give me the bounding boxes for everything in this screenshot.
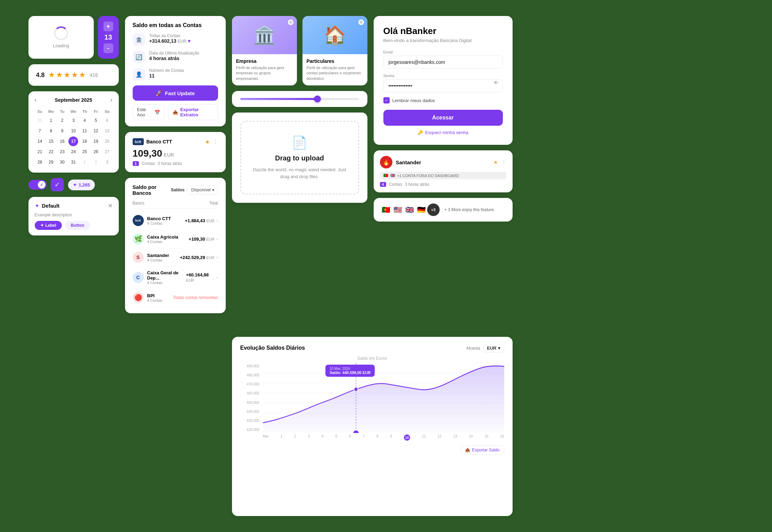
cal-day[interactable]: 18: [80, 136, 90, 146]
login-subtitle: Bem-vindo a transformação Bancária Digit…: [383, 38, 503, 43]
cal-day[interactable]: 2: [91, 157, 101, 167]
cal-day[interactable]: 3: [68, 116, 78, 125]
cal-day[interactable]: 15: [46, 136, 56, 146]
y-label: 430.000: [240, 419, 259, 423]
cal-day[interactable]: 4: [80, 116, 90, 125]
cal-day[interactable]: 16: [57, 136, 67, 146]
bank-row-ca: 🌿 Caixa Agrícola 4 Contas +109,30 EUR ›: [133, 230, 218, 248]
bank-sub: 4 Contas: [147, 221, 171, 225]
login-button[interactable]: Acessar: [383, 110, 503, 126]
calendar-next-button[interactable]: ›: [110, 97, 112, 103]
toggle-switch[interactable]: ✓: [28, 180, 47, 190]
upload-dropzone[interactable]: 📄 Drag to upload Dazzle the world, no ma…: [240, 121, 359, 194]
cal-day[interactable]: 1: [46, 116, 56, 125]
slider-track[interactable]: [240, 98, 359, 100]
cal-day[interactable]: 21: [35, 147, 45, 157]
fast-update-button[interactable]: 🚀 Fast Update: [133, 85, 218, 101]
banco-currency: EUR: [164, 152, 174, 158]
cal-day[interactable]: 20: [102, 136, 112, 146]
cal-day[interactable]: 12: [91, 126, 101, 136]
chart-moeda-label: Moeda: [466, 346, 480, 351]
counter-minus-button[interactable]: -: [103, 43, 113, 53]
email-input[interactable]: [383, 56, 503, 69]
slider-thumb[interactable]: [314, 95, 321, 102]
santander-card: 🔥 Santander ★ ⋮ 🇵🇹 🇬🇧 +1 CONTA FORA DO D…: [374, 150, 513, 192]
cal-day[interactable]: 6: [102, 116, 112, 125]
saldo-bancos-card: Saldo por Bancos Saldos Disponível ▾ Ban…: [125, 178, 226, 313]
cal-day[interactable]: 8: [46, 126, 56, 136]
particulares-dot: [358, 19, 364, 25]
forgot-password-link[interactable]: 🔑 Esqueci minha senha: [383, 130, 503, 135]
x-label: 2: [294, 434, 296, 441]
cal-day[interactable]: 2: [57, 116, 67, 125]
cal-day[interactable]: 28: [35, 157, 45, 167]
login-card: Olá nBanker Bem-vindo a transformação Ba…: [374, 16, 513, 145]
star-icon[interactable]: ★: [205, 139, 210, 145]
x-label: 12: [438, 434, 441, 441]
counter-plus-button[interactable]: +: [103, 22, 113, 31]
cal-day[interactable]: 22: [46, 147, 56, 157]
password-label: Senha: [383, 74, 503, 78]
calendar-prev-button[interactable]: ‹: [35, 97, 36, 103]
cal-day[interactable]: 9: [57, 126, 67, 136]
cal-day-today[interactable]: 17: [68, 136, 78, 146]
empresa-icon: 🏛️: [253, 25, 276, 46]
cal-day[interactable]: 11: [80, 126, 90, 136]
chevron-icon[interactable]: ›: [217, 275, 218, 280]
cal-day[interactable]: 31: [68, 157, 78, 167]
particulares-card[interactable]: 🏠 Particulares Perfil de utilização para…: [302, 16, 367, 85]
bank-row-santander: S Santander 4 Contas +242.529,29 EUR ›: [133, 248, 218, 267]
santander-more-icon[interactable]: ⋮: [501, 159, 506, 165]
chevron-down-icon[interactable]: ▾: [188, 38, 190, 44]
empresa-card[interactable]: 🏛️ Empresa Perfil de utilização para ger…: [232, 16, 297, 85]
cal-day[interactable]: 30: [57, 157, 67, 167]
cal-day[interactable]: 19: [91, 136, 101, 146]
checkbox-button[interactable]: ✓: [51, 178, 64, 191]
cal-day[interactable]: 1: [80, 157, 90, 167]
cal-day[interactable]: 31: [35, 116, 45, 125]
remember-checkbox[interactable]: ✓: [383, 97, 390, 103]
cal-day[interactable]: 7: [35, 126, 45, 136]
year-selector[interactable]: Este Ano 📅: [133, 104, 165, 120]
cal-day[interactable]: 5: [91, 116, 101, 125]
cal-day[interactable]: 29: [46, 157, 56, 167]
notification-close-button[interactable]: ✕: [108, 202, 113, 209]
x-label-highlighted: 10: [404, 434, 410, 441]
upload-card[interactable]: 📄 Drag to upload Dazzle the world, no ma…: [232, 113, 367, 203]
password-input[interactable]: [383, 79, 503, 92]
cal-day[interactable]: 24: [68, 147, 78, 157]
tab-saldos[interactable]: Saldos: [171, 188, 184, 192]
cal-day[interactable]: 27: [102, 147, 112, 157]
chevron-icon[interactable]: ›: [217, 255, 218, 260]
cal-day[interactable]: 10: [68, 126, 78, 136]
notification-label-button[interactable]: ✦ Label: [35, 221, 62, 230]
chevron-icon[interactable]: ›: [217, 218, 218, 223]
cal-day[interactable]: 26: [91, 147, 101, 157]
cal-day[interactable]: 25: [80, 147, 90, 157]
export-extratos-button[interactable]: 📤 Exportar Extratos: [168, 104, 218, 120]
remember-row: ✓ Lembrar meus dados: [383, 97, 503, 103]
disponivel-dropdown[interactable]: Disponível ▾: [187, 185, 218, 194]
ai-badge-button[interactable]: ✦ 1,265: [68, 180, 95, 190]
notification-title: Default: [42, 203, 60, 209]
cal-day[interactable]: 13: [102, 126, 112, 136]
check-icon: ✓: [55, 181, 60, 189]
santander-star-icon[interactable]: ★: [493, 159, 498, 165]
loading-card: Loading: [28, 16, 94, 59]
more-options-icon[interactable]: ⋮: [213, 139, 218, 145]
rating-stars: ★★★★★: [48, 70, 86, 80]
saldo-title: Saldo em todas as Contas: [133, 22, 218, 28]
flag-gb-icon: 🇬🇧: [390, 173, 395, 178]
export-saldo-button[interactable]: 📤 Exportar Saldo: [460, 446, 504, 455]
notification-action-button[interactable]: Button: [65, 221, 90, 230]
santander-contas-label: Contas: [389, 182, 402, 187]
banco-ctt-logo: bctt: [133, 138, 144, 145]
chart-currency-selector[interactable]: EUR ▾: [483, 344, 504, 352]
cal-day[interactable]: 3: [102, 157, 112, 167]
cal-day[interactable]: 23: [57, 147, 67, 157]
cal-day[interactable]: 14: [35, 136, 45, 146]
slider-card: [232, 91, 367, 107]
calendar-icon: 📅: [155, 110, 160, 115]
chevron-icon[interactable]: ›: [217, 236, 218, 241]
password-toggle-icon[interactable]: 👁: [493, 80, 499, 86]
